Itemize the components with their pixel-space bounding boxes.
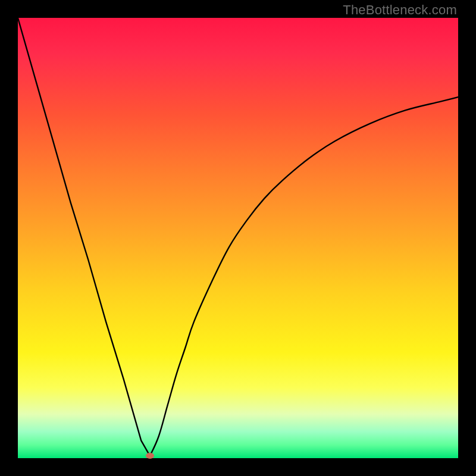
- watermark-text: TheBottleneck.com: [343, 2, 457, 18]
- chart-frame: TheBottleneck.com: [0, 0, 476, 476]
- bottleneck-curve: [18, 18, 458, 458]
- curve-path: [18, 18, 458, 456]
- plot-area: [18, 18, 458, 458]
